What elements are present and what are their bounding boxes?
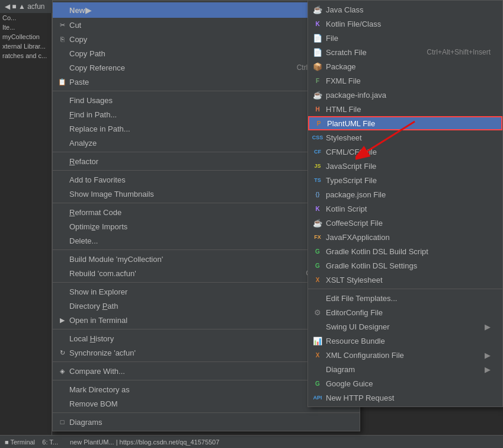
menu-item-file[interactable]: 📄 File [308,31,502,45]
menu-item-package[interactable]: 📦 Package [308,59,502,73]
resource-label: Resource Bundle [326,337,491,345]
java-class-icon: ☕ [313,5,322,14]
xslt-icon: X [313,275,322,284]
sidebar-item: Ite... [0,23,52,32]
edit-templates-label: Edit File Templates... [326,294,491,303]
sync-label: Synchronize 'acfun' [69,348,348,357]
status-url: new PlantUM... | https://blog.csdn.net/q… [70,439,219,446]
kotlin-icon: K [313,19,322,28]
sync-icon: ↻ [57,348,67,357]
menu-item-javafx[interactable]: FX JavaFXApplication [308,230,502,244]
kotlin-script-icon: K [313,204,322,213]
delete-icon [57,236,67,245]
swing-arrow: ▶ [485,322,491,331]
editorconfig-icon: ⚙ [313,308,322,317]
gradle-build-icon: G [313,247,322,256]
find-usages-icon [57,95,67,105]
copy-icon: ⎘ [57,34,67,44]
replace-icon [57,124,67,133]
copy-label: Copy [69,35,310,44]
thumbnails-label: Show Image Thumbnails [69,190,292,199]
coffee-label: CoffeeScript File [326,219,491,228]
menu-header-new-label: New [69,6,85,15]
package-icon: 📦 [313,62,322,71]
menu-item-swing-ui[interactable]: Swing UI Designer ▶ [308,319,502,334]
cfml-icon: CF [313,147,322,156]
sidebar-collection: Co... [0,13,52,23]
guice-icon: G [313,379,322,388]
menu-item-diagrams[interactable]: □ Diagrams [53,415,360,429]
menu-item-xslt[interactable]: X XSLT Stylesheet [308,273,502,287]
explorer-icon [57,287,67,296]
fxml-label: FXML File [326,76,491,85]
scratch-shortcut: Ctrl+Alt+Shift+Insert [427,48,491,56]
menu-item-resource-bundle[interactable]: 📊 Resource Bundle [308,334,502,348]
menu-item-gradle-settings[interactable]: G Gradle Kotlin DSL Settings [308,258,502,273]
resource-icon: 📊 [313,336,322,345]
copy-path-icon [57,49,67,58]
menu-item-typescript[interactable]: TS TypeScript File [308,173,502,187]
swing-icon [313,322,322,331]
menu-item-http-request[interactable]: API New HTTP Request [308,391,502,405]
menu-item-gradle-build[interactable]: G Gradle Kotlin DSL Build Script [308,244,502,258]
html-icon: H [313,104,322,114]
menu-item-diagram[interactable]: Diagram ▶ [308,362,502,376]
coffee-icon: ☕ [313,218,322,228]
xslt-label: XSLT Stylesheet [326,276,491,284]
reformat-icon [57,207,67,217]
right-separator [308,289,502,289]
ts-label: TypeScript File [326,176,491,185]
ide-top-bar-text: ◀ ■ ▲ acfun [5,2,44,11]
favorites-label: Add to Favorites [69,175,337,184]
menu-item-java-class[interactable]: ☕ Java Class [308,2,502,17]
menu-item-html[interactable]: H HTML File [308,102,502,116]
kotlin-label: Kotlin File/Class [326,20,491,28]
guice-label: Google Guice [326,379,491,388]
menu-item-edit-file-templates[interactable]: Edit File Templates... [308,291,502,305]
mark-label: Mark Directory as [69,385,337,394]
menu-item-xml-config[interactable]: X XML Configuration File ▶ [308,348,502,362]
bom-icon [57,399,67,408]
diagrams-icon: □ [57,417,67,427]
paste-label: Paste [69,78,310,87]
menu-item-editorconfig[interactable]: ⚙ EditorConfig File [308,305,502,319]
reformat-label: Reformat Code [69,208,299,217]
package-label: Package [326,62,491,71]
diagram-label: Diagram [326,365,485,374]
menu-item-google-guice[interactable]: G Google Guice [308,376,502,391]
xml-label: XML Configuration File [326,351,485,360]
menu-item-package-json[interactable]: {} package.json File [308,187,502,201]
file-icon: 📄 [313,33,322,43]
http-label: New HTTP Request [326,393,491,402]
menu-header-new-arrow: ▶ [85,6,91,15]
html-label: HTML File [326,105,491,114]
scratch-icon: 📄 [313,47,322,57]
find-in-path-label: Find in Path... [69,110,292,119]
menu-item-kotlin-file[interactable]: K Kotlin File/Class [308,17,502,31]
history-label: Local History [69,334,337,343]
gradle-settings-icon: G [313,261,322,270]
status-bar: ■ Terminal 6: T... new PlantUM... | http… [0,435,503,448]
optimize-icon [57,222,67,231]
separator-10 [53,412,360,413]
find-usages-label: Find Usages [69,96,309,105]
sidebar-external-libs: xternal Librar... [0,41,52,51]
copy-reference-label: Copy Reference [69,63,279,72]
delete-label: Delete... [69,236,309,245]
bom-label: Remove BOM [69,399,348,408]
diagram-icon [313,364,322,374]
scratch-label: Scratch File [326,48,415,57]
gradle-settings-label: Gradle Kotlin DSL Settings [326,261,491,270]
diagram-arrow: ▶ [485,365,491,374]
rebuild-label: Rebuild 'com.acfun' [69,269,288,278]
menu-item-package-info[interactable]: ☕ package-info.java [308,88,502,102]
file-label: File [326,34,491,43]
js-icon: JS [313,161,322,171]
menu-item-fxml[interactable]: F FXML File [308,73,502,88]
refactor-icon [57,156,67,166]
menu-item-coffeescript[interactable]: ☕ CoffeeScript File [308,216,502,230]
menu-item-kotlin-script[interactable]: K Kotlin Script [308,201,502,216]
menu-item-scratch-file[interactable]: 📄 Scratch File Ctrl+Alt+Shift+Insert [308,45,502,59]
terminal-icon: ▶ [57,315,67,325]
thumbnails-icon [57,189,67,199]
